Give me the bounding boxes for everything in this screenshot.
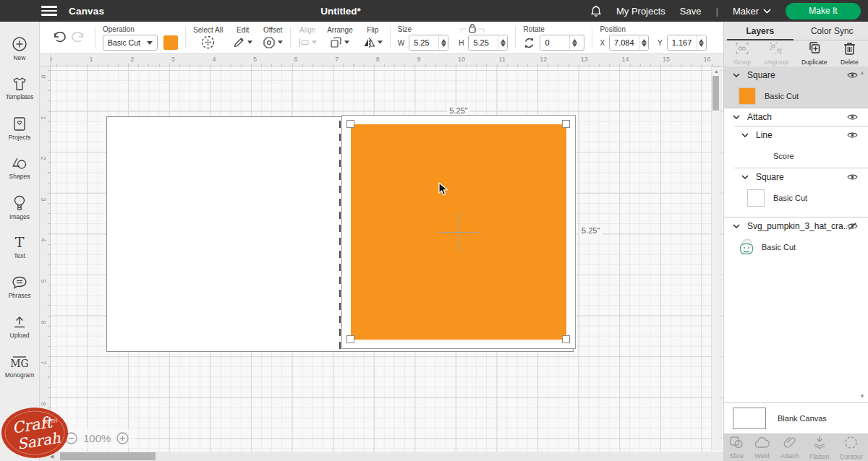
- attach-button[interactable]: Attach: [780, 436, 799, 460]
- ruler-mark: 14: [621, 56, 629, 63]
- score-line[interactable]: [339, 121, 341, 349]
- bottom-tools: SliceWeldAttachFlattenContour: [724, 434, 868, 461]
- canvas-grid[interactable]: 5.25" 5.25": [51, 66, 723, 461]
- rotate-label: Rotate: [523, 25, 584, 33]
- flip-button[interactable]: Flip: [363, 26, 383, 50]
- tab-color-sync[interactable]: Color Sync: [796, 22, 868, 40]
- vertical-scrollbar[interactable]: ▲: [711, 66, 720, 449]
- left-sidebar: NewTemplatesProjectsShapesImagesTTextPhr…: [0, 22, 40, 461]
- machine-selector[interactable]: Maker: [733, 6, 771, 17]
- chevron-down-icon[interactable]: [733, 224, 740, 228]
- resize-handle-bottom-right[interactable]: [562, 335, 570, 343]
- sidebar-item-new[interactable]: New: [0, 29, 39, 69]
- chevron-down-icon[interactable]: [733, 115, 740, 119]
- sidebar-item-projects[interactable]: Projects: [0, 108, 39, 148]
- blank-canvas-label: Blank Canvas: [778, 414, 827, 423]
- blank-canvas-row[interactable]: Blank Canvas: [724, 402, 868, 434]
- horizontal-scroll-thumb[interactable]: [60, 452, 156, 460]
- arrange-button[interactable]: Arrange: [327, 26, 353, 50]
- rotate-icon[interactable]: [523, 37, 535, 49]
- make-it-button[interactable]: Make It: [786, 3, 861, 20]
- scroll-up-arrow[interactable]: ▲: [714, 69, 719, 74]
- sidebar-item-phrases[interactable]: Phrases: [0, 267, 39, 307]
- height-input[interactable]: [469, 35, 498, 50]
- chevron-down-icon[interactable]: [741, 175, 749, 179]
- width-input[interactable]: [409, 35, 438, 50]
- eye-icon[interactable]: [847, 173, 858, 181]
- weld-button[interactable]: Weld: [754, 436, 770, 460]
- layer-group-square[interactable]: Square: [724, 66, 868, 84]
- ungroup-button[interactable]: Ungroup: [765, 42, 788, 66]
- width-stepper[interactable]: [438, 35, 448, 50]
- select-all-button[interactable]: Select All: [193, 26, 223, 50]
- offset-button[interactable]: Offset: [263, 26, 283, 50]
- document-title[interactable]: Untitled*: [320, 6, 361, 17]
- redo-button[interactable]: [69, 30, 88, 46]
- eye-icon[interactable]: [847, 132, 858, 139]
- ruler-mark: 4: [212, 56, 216, 63]
- chevron-down-icon[interactable]: [733, 73, 740, 77]
- ruler-mark: 11: [499, 56, 506, 63]
- lock-icon[interactable]: [460, 23, 485, 36]
- resize-handle-bottom-left[interactable]: [346, 335, 354, 343]
- zoom-in-icon[interactable]: [116, 432, 129, 444]
- resize-handle-top-left[interactable]: [346, 120, 354, 128]
- operation-select[interactable]: Basic Cut: [103, 35, 158, 51]
- size-label: Size: [398, 25, 509, 33]
- layers-scroll-up-arrow[interactable]: ▲: [859, 69, 865, 76]
- nav-save[interactable]: Save: [680, 6, 702, 17]
- chevron-down-icon[interactable]: [741, 133, 749, 137]
- nav-my-projects[interactable]: My Projects: [616, 6, 665, 17]
- monogram-icon: MG: [11, 355, 28, 369]
- tab-layers[interactable]: Layers: [724, 22, 796, 40]
- flatten-button[interactable]: Flatten: [809, 436, 830, 460]
- sidebar-item-upload[interactable]: Upload: [0, 307, 39, 347]
- layer-item-basic-cut[interactable]: Basic Cut: [724, 235, 868, 259]
- align-button[interactable]: Align: [298, 26, 317, 50]
- sidebar-item-label: Monogram: [5, 371, 35, 379]
- undo-button[interactable]: [50, 30, 69, 46]
- eye-icon[interactable]: [847, 113, 858, 121]
- position-x-input[interactable]: [610, 35, 639, 50]
- delete-button[interactable]: Delete: [841, 41, 859, 66]
- group-button[interactable]: Group: [733, 42, 751, 66]
- layer-group-line[interactable]: Line: [724, 126, 868, 144]
- resize-handle-top-right[interactable]: [562, 120, 570, 128]
- height-stepper[interactable]: [498, 35, 507, 50]
- position-y-stepper[interactable]: [697, 35, 706, 50]
- horizontal-ruler: 012345678910111213141516: [51, 54, 723, 66]
- rotate-stepper[interactable]: [569, 35, 579, 50]
- edit-button[interactable]: Edit: [233, 26, 252, 50]
- flip-icon: [363, 37, 375, 48]
- chevron-down-icon: [147, 41, 153, 45]
- contour-button[interactable]: Contour: [840, 436, 863, 460]
- layers-scroll-down-arrow[interactable]: ▼: [859, 393, 865, 400]
- vertical-scroll-thumb[interactable]: [712, 76, 719, 111]
- menu-icon[interactable]: [41, 6, 57, 16]
- eye-off-icon[interactable]: [847, 222, 858, 231]
- svg-text:T: T: [15, 236, 25, 250]
- duplicate-button[interactable]: Duplicate: [801, 41, 827, 66]
- horizontal-scrollbar[interactable]: ◀: [40, 452, 723, 461]
- layer-group-attach[interactable]: Attach: [724, 108, 868, 126]
- rotate-input[interactable]: [540, 35, 569, 50]
- color-swatch[interactable]: [163, 35, 178, 50]
- sidebar-item-text[interactable]: TText: [0, 228, 39, 267]
- blank-canvas-swatch[interactable]: [733, 408, 766, 429]
- sidebar-item-monogram[interactable]: MGMonogram: [0, 347, 39, 387]
- position-x-stepper[interactable]: [639, 35, 648, 50]
- slice-button[interactable]: Slice: [729, 436, 744, 460]
- sidebar-item-images[interactable]: Images: [0, 188, 39, 228]
- layer-group-svg-pumpkin-3-hat-cra-[interactable]: Svg_pumpkin_3_hat_cra...: [724, 217, 868, 235]
- layer-item-basic-cut[interactable]: Basic Cut: [724, 84, 868, 108]
- sidebar-item-shapes[interactable]: Shapes: [0, 148, 39, 188]
- height-field: [468, 35, 508, 51]
- position-y-input[interactable]: [668, 35, 697, 50]
- layer-item-basic-cut[interactable]: Basic Cut: [724, 186, 868, 210]
- bell-icon[interactable]: [590, 5, 602, 17]
- sidebar-item-templates[interactable]: Templates: [0, 69, 39, 108]
- layer-group-square[interactable]: Square: [724, 168, 868, 186]
- eye-icon[interactable]: [847, 72, 858, 79]
- layer-item-score[interactable]: Score: [724, 144, 868, 168]
- zoom-level: 100%: [83, 432, 111, 444]
